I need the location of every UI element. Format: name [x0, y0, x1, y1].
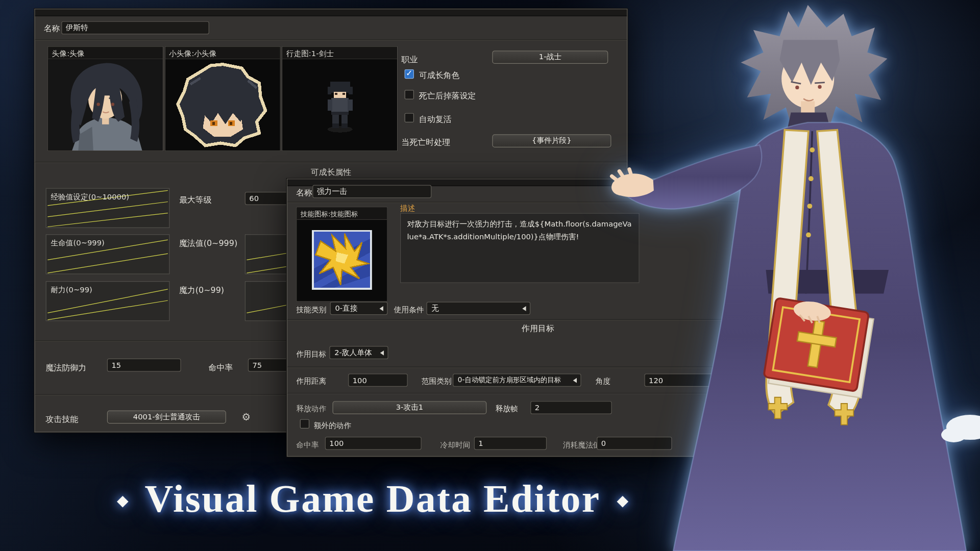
auto-revive-checkbox-label: 自动复活 — [419, 114, 452, 125]
gear-icon[interactable]: ⚙ — [242, 411, 251, 423]
skill-category-value: 0-直接 — [335, 304, 357, 312]
exp-curve-label: 经验值设定(0~10000) — [51, 192, 129, 203]
max-level-label: 最大等级 — [179, 194, 212, 206]
hp-curve-box[interactable]: 生命值(0~999) — [46, 234, 170, 274]
small-portrait-art — [165, 59, 280, 151]
character-name-input[interactable] — [61, 21, 209, 35]
cast-action-label: 释放动作 — [296, 404, 326, 414]
skill-name-label: 名称 — [296, 187, 312, 198]
skill-icon-art — [312, 230, 372, 290]
small-portrait-panel[interactable]: 小头像:小头像 — [165, 46, 281, 152]
portrait-panel-label: 头像:头像 — [48, 47, 163, 59]
growable-section-title: 可成长属性 — [35, 167, 627, 178]
eye-art — [795, 86, 799, 89]
magic-curve-label: 魔力(0~99) — [179, 285, 224, 296]
cooldown-label: 冷却时间 — [440, 440, 471, 450]
dropdown-arrow-icon — [522, 306, 526, 311]
class-label: 职业 — [401, 55, 418, 66]
skill-icon-image[interactable] — [297, 220, 387, 301]
skill-icon-panel[interactable]: 技能图标:技能图标 — [296, 207, 387, 302]
skill-category-dropdown[interactable]: 0-直接 — [330, 302, 388, 315]
use-condition-dropdown[interactable]: 无 — [427, 302, 531, 315]
hp-curve-label: 生命值(0~999) — [51, 238, 104, 249]
dropdown-arrow-icon — [380, 350, 384, 355]
hit-rate-label: 命中率 — [209, 362, 233, 373]
extra-action-checkbox[interactable] — [300, 419, 309, 429]
skill-hit-rate-label: 命中率 — [296, 440, 318, 450]
divider — [35, 39, 627, 40]
skill-category-label: 技能类别 — [296, 305, 326, 316]
screenshot-root: 名称 头像:头像 — [0, 0, 980, 551]
banner-left-diamond-icon: ◆ — [117, 491, 129, 509]
description-label: 描述 — [400, 203, 415, 214]
dropdown-arrow-icon — [573, 378, 577, 383]
attack-skill-button[interactable]: 4001-剑士普通攻击 — [107, 410, 226, 423]
small-portrait-panel-label: 小头像:小头像 — [165, 47, 280, 59]
growable-checkbox-label: 可成长角色 — [419, 70, 460, 81]
exp-curve-box[interactable]: 经验值设定(0~10000) — [46, 188, 170, 228]
walk-sprite-image[interactable] — [282, 59, 397, 151]
range-input[interactable] — [348, 373, 408, 387]
banner-text: Visual Game Data Editor — [144, 475, 600, 521]
skill-hit-rate-input[interactable] — [325, 437, 422, 450]
area-type-dropdown[interactable]: 0-自动锁定前方扇形区域内的目标 — [453, 373, 581, 387]
skill-name-input[interactable] — [312, 185, 431, 198]
magic-defense-input[interactable] — [107, 359, 181, 372]
eye-art — [818, 85, 821, 89]
endurance-curve-label: 耐力(0~99) — [51, 285, 92, 295]
attack-skill-label: 攻击技能 — [46, 414, 79, 425]
extra-action-checkbox-label: 额外的动作 — [314, 420, 352, 431]
area-type-value: 0-自动锁定前方扇形区域内的目标 — [458, 376, 561, 384]
portrait-panel[interactable]: 头像:头像 — [47, 46, 163, 152]
mp-curve-label: 魔法值(0~999) — [179, 238, 237, 249]
target-label: 作用目标 — [296, 349, 326, 360]
walk-sprite-panel[interactable]: 行走图:1-剑士 — [282, 46, 398, 152]
cast-frame-label: 释放帧 — [495, 404, 518, 414]
window-titlebar[interactable] — [35, 9, 627, 16]
banner-right-diamond-icon: ◆ — [617, 491, 628, 509]
name-label: 名称 — [44, 23, 60, 34]
area-type-label: 范围类别 — [422, 376, 452, 387]
target-dropdown[interactable]: 2-敌人单体 — [329, 346, 388, 359]
cast-action-button[interactable]: 3-攻击1 — [332, 401, 486, 414]
dropdown-arrow-icon — [380, 306, 383, 311]
skill-icon-panel-label: 技能图标:技能图标 — [297, 208, 387, 220]
death-drop-checkbox-label: 死亡后掉落设定 — [419, 91, 476, 102]
walk-sprite-art — [282, 59, 397, 151]
cooldown-input[interactable] — [474, 437, 547, 450]
auto-revive-checkbox[interactable] — [405, 113, 414, 122]
target-value: 2-敌人单体 — [334, 348, 372, 357]
growable-checkbox[interactable] — [405, 69, 414, 79]
use-condition-value: 无 — [431, 304, 439, 312]
class-button[interactable]: 1-战士 — [492, 51, 608, 64]
use-condition-label: 使用条件 — [394, 305, 424, 316]
cloud-art — [941, 415, 980, 442]
small-portrait-image[interactable] — [165, 59, 280, 151]
on-death-label: 当死亡时处理 — [401, 137, 450, 148]
magic-defense-label: 魔法防御力 — [46, 362, 87, 373]
portrait-image[interactable] — [48, 59, 163, 151]
range-label: 作用距离 — [296, 376, 326, 387]
divider — [35, 162, 627, 163]
endurance-curve-box[interactable]: 耐力(0~99) — [46, 281, 170, 321]
portrait-art — [48, 59, 163, 151]
walk-sprite-panel-label: 行走图:1-剑士 — [282, 47, 397, 59]
banner-title: ◆ Visual Game Data Editor ◆ — [0, 467, 745, 530]
death-drop-checkbox[interactable] — [405, 90, 414, 99]
